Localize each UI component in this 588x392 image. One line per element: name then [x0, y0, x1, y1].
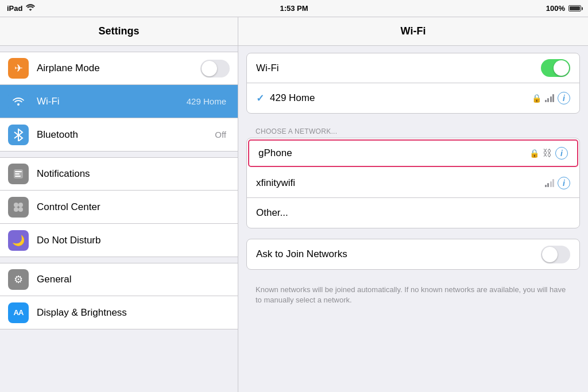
sidebar-item-dnd[interactable]: 🌙 Do Not Disturb — [0, 224, 238, 257]
sidebar-item-wifi[interactable]: Wi-Fi 429 Home — [0, 85, 238, 118]
ask-to-join-label: Ask to Join Networks — [256, 249, 541, 260]
connected-network-row[interactable]: ✓ 429 Home 🔒 i — [247, 83, 579, 113]
xfinity-icons: i — [545, 177, 571, 189]
other-label: Other... — [256, 207, 570, 219]
dnd-label: Do Not Disturb — [37, 235, 230, 246]
notifications-icon — [8, 164, 29, 184]
gphone-icons: 🔒 ⛓ i — [529, 147, 568, 160]
wifi-icon — [8, 91, 29, 112]
sidebar: Settings ✈ Airplane Mode Wi-Fi — [0, 17, 238, 392]
xfinity-label: xfinitywifi — [256, 177, 545, 189]
ask-to-join-description: Known networks will be joined automatica… — [246, 280, 580, 312]
svg-point-7 — [14, 207, 18, 212]
sidebar-group-1: ✈ Airplane Mode Wi-Fi 429 Home — [0, 52, 238, 152]
svg-point-8 — [18, 207, 23, 212]
control-icon — [8, 197, 29, 218]
airplane-icon: ✈ — [8, 58, 29, 79]
notifications-label: Notifications — [37, 168, 230, 180]
wifi-value: 429 Home — [187, 96, 226, 106]
svg-rect-2 — [15, 171, 22, 172]
status-bar: iPad 1:53 PM 100% — [0, 0, 588, 17]
battery-icon — [568, 5, 581, 11]
status-left: iPad — [7, 4, 35, 13]
sidebar-item-general[interactable]: ⚙ General — [0, 263, 238, 296]
xfinity-info-button[interactable]: i — [558, 177, 570, 189]
gphone-info-button[interactable]: i — [555, 147, 568, 160]
wifi-toggle-section: Wi-Fi ✓ 429 Home 🔒 i — [246, 53, 580, 114]
status-right: 100% — [546, 4, 581, 13]
svg-point-0 — [17, 103, 20, 106]
control-label: Control Center — [37, 201, 230, 213]
wifi-enabled-toggle[interactable] — [541, 59, 570, 77]
bluetooth-label: Bluetooth — [37, 129, 215, 141]
detail-title: Wi-Fi — [401, 25, 426, 37]
status-time: 1:53 PM — [280, 4, 308, 13]
gphone-link-icon: ⛓ — [543, 148, 552, 158]
detail-panel: Wi-Fi Wi-Fi ✓ 429 Home 🔒 — [238, 17, 588, 392]
bluetooth-value: Off — [215, 130, 226, 139]
checkmark-icon: ✓ — [256, 92, 264, 104]
sidebar-group-3: ⚙ General AA Display & Brightness — [0, 263, 238, 329]
lock-icon: 🔒 — [532, 94, 541, 103]
xfinity-signal-icon — [545, 179, 555, 187]
gphone-lock-icon: 🔒 — [529, 149, 539, 158]
sidebar-item-notifications[interactable]: Notifications — [0, 157, 238, 191]
general-label: General — [37, 274, 230, 285]
network-row-other[interactable]: Other... — [247, 198, 579, 228]
wifi-signal-icon — [545, 94, 555, 102]
ask-to-join-toggle[interactable] — [541, 246, 570, 263]
gphone-label: gPhone — [258, 148, 529, 159]
airplane-toggle[interactable] — [200, 60, 230, 77]
ask-to-join-section: Ask to Join Networks — [246, 239, 580, 270]
wifi-status-icon — [26, 4, 35, 13]
airplane-label: Airplane Mode — [37, 63, 200, 74]
ask-to-join-row[interactable]: Ask to Join Networks — [247, 239, 579, 269]
detail-header: Wi-Fi — [238, 17, 588, 46]
sidebar-header: Settings — [0, 17, 238, 46]
detail-content: Wi-Fi ✓ 429 Home 🔒 i — [238, 46, 588, 392]
display-icon: AA — [8, 302, 29, 323]
sidebar-item-display[interactable]: AA Display & Brightness — [0, 296, 238, 329]
svg-point-6 — [18, 203, 23, 207]
battery-percent: 100% — [546, 4, 565, 13]
svg-rect-4 — [15, 176, 21, 177]
network-row-xfinity[interactable]: xfinitywifi i — [247, 168, 579, 198]
wifi-label: Wi-Fi — [37, 96, 187, 107]
svg-point-5 — [14, 203, 18, 207]
network-info-button[interactable]: i — [558, 92, 570, 104]
network-icons: 🔒 i — [532, 92, 571, 104]
sidebar-item-airplane[interactable]: ✈ Airplane Mode — [0, 52, 238, 85]
dnd-icon: 🌙 — [8, 230, 29, 251]
connected-network-label: 429 Home — [270, 92, 532, 104]
sidebar-title: Settings — [98, 25, 139, 37]
sidebar-item-control[interactable]: Control Center — [0, 191, 238, 224]
main-layout: Settings ✈ Airplane Mode Wi-Fi — [0, 17, 588, 392]
networks-section: gPhone 🔒 ⛓ i xfinitywifi — [246, 138, 580, 228]
display-label: Display & Brightness — [37, 307, 230, 319]
network-row-gphone[interactable]: gPhone 🔒 ⛓ i — [248, 139, 578, 167]
wifi-row-label: Wi-Fi — [256, 63, 541, 74]
choose-network-section: CHOOSE A NETWORK... gPhone 🔒 ⛓ i xfinity… — [246, 124, 580, 228]
svg-rect-3 — [15, 173, 20, 174]
choose-network-label: CHOOSE A NETWORK... — [246, 124, 580, 138]
sidebar-group-2: Notifications Control Center 🌙 Do Not Di… — [0, 157, 238, 257]
wifi-toggle-row[interactable]: Wi-Fi — [247, 53, 579, 83]
device-label: iPad — [7, 4, 22, 13]
bluetooth-icon — [8, 125, 29, 145]
general-icon: ⚙ — [8, 269, 29, 290]
sidebar-item-bluetooth[interactable]: Bluetooth Off — [0, 118, 238, 152]
